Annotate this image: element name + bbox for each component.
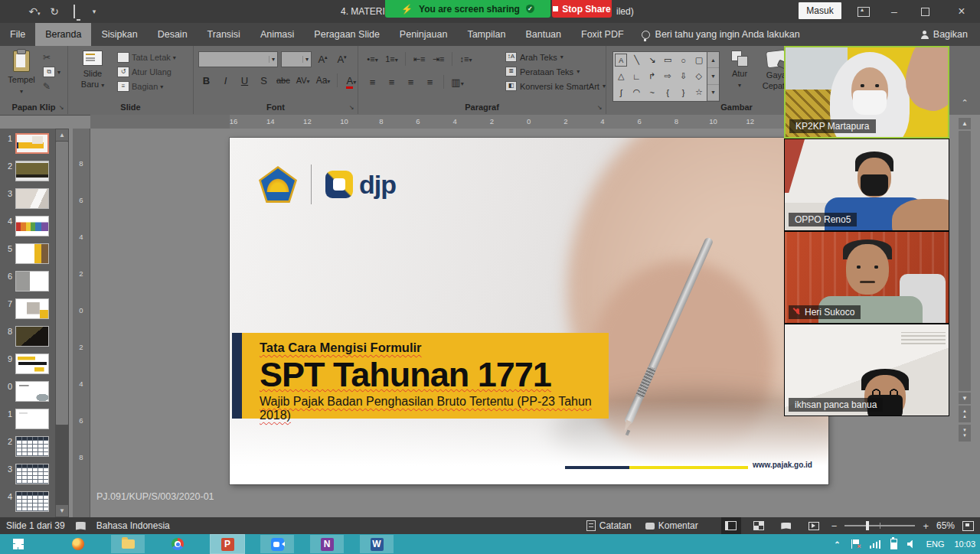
font-size-combo[interactable]: ▾ [281,51,312,67]
shape-option[interactable]: ⇩ [675,68,691,84]
ribbon-display-options-button[interactable] [848,0,879,23]
slide-thumbnail[interactable] [15,243,49,264]
format-painter-button[interactable]: ✎ [43,81,60,92]
tab-tampilan[interactable]: Tampilan [457,23,515,46]
taskbar-zoom[interactable] [260,535,294,553]
offslide-note[interactable]: PJ.091/KUP/S/003/2020-01 [96,491,214,502]
thumbnail-scrollbar[interactable]: ▲ ▼ [55,129,69,517]
shape-option[interactable]: ◇ [691,68,707,84]
shape-option[interactable]: ▢ [691,52,707,68]
tab-peragaan-slide[interactable]: Peragaan Slide [304,23,389,46]
align-text-button[interactable]: ≣Perataan Teks▾ [505,67,606,77]
paste-button[interactable]: Tempel▾ [2,51,41,96]
shape-option[interactable]: ∟ [629,68,644,84]
scroll-down-icon[interactable]: ▼ [56,505,68,517]
bold-button[interactable]: B [198,74,214,87]
shape-option[interactable]: ▭ [660,52,675,68]
zoom-slider[interactable] [844,525,915,526]
undo-icon[interactable]: ↶▾ [24,5,44,18]
character-spacing-button[interactable]: AV▾ [295,75,312,86]
font-dialog-launcher[interactable]: ↘ [348,104,355,112]
tab-desain[interactable]: Desain [148,23,198,46]
customize-qat-icon[interactable]: ▾ [84,8,104,15]
reset-button[interactable]: ↺Atur Ulang [117,67,176,77]
clock[interactable]: 10:03 [954,539,975,549]
shapes-gallery[interactable]: A╲↘▭○▢△∟↱⇨⇩◇ʃ◠~{}☆ [612,51,707,102]
slide-thumbnail[interactable] [15,271,49,292]
share-button[interactable]: Bagikan [921,23,968,46]
taskbar-chrome[interactable] [161,535,194,553]
underline-button[interactable]: U [237,74,253,87]
shape-option[interactable]: ↘ [645,52,660,68]
language-indicator[interactable]: ENG [926,539,945,549]
save-icon[interactable] [5,5,24,18]
stop-share-button[interactable]: Stop Share [552,0,612,18]
network-signal-icon[interactable] [870,540,880,549]
clipboard-dialog-launcher[interactable]: ↘ [57,104,65,112]
line-spacing-button[interactable]: ↕≡▾ [458,54,474,64]
slide-sorter-view-button[interactable] [749,517,769,534]
change-case-button[interactable]: Aa▾ [315,74,332,86]
slide[interactable]: djp Tata Cara Mengisi Formulir SPT Tahun… [230,138,828,484]
minimize-button[interactable]: – [879,0,910,23]
fit-slide-button[interactable] [962,521,974,531]
tell-me-box[interactable]: Beri tahu yang ingin Anda lakukan [634,23,800,46]
comments-button[interactable]: Komentar [645,520,698,531]
numbering-button[interactable]: 1≡▾ [384,54,400,64]
spellcheck-icon[interactable] [76,522,86,530]
slide-thumbnail[interactable] [15,298,49,319]
grow-font-button[interactable]: A▴ [315,53,331,66]
scroll-down-icon[interactable]: ▼ [959,393,971,404]
zoom-out-button[interactable]: − [831,520,838,532]
slideshow-view-button[interactable] [804,517,824,534]
shape-option[interactable]: ↱ [645,68,660,84]
slide-thumbnail[interactable] [15,464,49,484]
slide-thumbnail[interactable] [15,354,49,374]
convert-smartart-button[interactable]: ◧Konversi ke SmartArt▾ [505,81,606,91]
slide-thumbnail[interactable] [15,133,49,154]
tab-transisi[interactable]: Transisi [198,23,250,46]
notes-button[interactable]: Catatan [586,520,632,531]
shape-option[interactable]: ~ [645,84,660,100]
shape-option[interactable]: ○ [675,52,691,68]
sign-in-button[interactable]: Masuk [799,2,841,19]
paragraph-dialog-launcher[interactable]: ↘ [596,104,603,112]
tab-bantuan[interactable]: Bantuan [515,23,571,46]
bullets-button[interactable]: •≡▾ [364,54,381,64]
align-center-button[interactable]: ≡ [384,76,400,89]
reading-view-button[interactable] [776,517,796,534]
zoom-in-button[interactable]: + [923,520,929,532]
start-slideshow-icon[interactable] [64,5,84,18]
battery-icon[interactable] [890,539,897,549]
italic-button[interactable]: I [217,74,234,87]
scroll-up-icon[interactable]: ▲ [959,118,971,129]
font-name-combo[interactable]: ▾ [198,51,278,67]
shape-option[interactable]: ⇨ [660,68,675,84]
participant-video[interactable]: OPPO Reno5 [784,138,949,231]
tab-peninjauan[interactable]: Peninjauan [390,23,458,46]
cut-button[interactable]: ✂ [43,52,60,63]
speaker-icon[interactable] [907,540,916,549]
tray-expand-icon[interactable]: ⌃ [834,540,840,549]
taskbar-powerpoint[interactable]: P [211,535,244,553]
scrollbar-thumb[interactable] [959,131,971,391]
font-color-button[interactable]: A▾ [343,74,359,87]
title-banner[interactable]: Tata Cara Mengisi Formulir SPT Tahunan 1… [232,333,609,419]
tab-sisipkan[interactable]: Sisipkan [91,23,147,46]
taskbar-word[interactable]: W [360,535,394,553]
shape-option[interactable]: { [660,84,675,100]
shape-option[interactable]: } [675,84,691,100]
slide-thumbnail[interactable] [15,161,49,181]
slide-thumbnail[interactable] [15,409,49,429]
taskbar-onenote[interactable]: N [310,535,344,553]
shape-option[interactable]: △ [613,68,629,84]
slide-thumbnail[interactable] [15,188,49,209]
redo-icon[interactable]: ↻ [44,5,64,18]
tab-animasi[interactable]: Animasi [250,23,304,46]
slide-thumbnail[interactable] [15,381,49,402]
text-shadow-button[interactable]: S [256,74,272,87]
taskbar-firefox[interactable] [61,535,95,553]
shrink-font-button[interactable]: A▾ [334,53,350,66]
tab-foxit-pdf[interactable]: Foxit PDF [571,23,634,46]
shapes-gallery-scroll[interactable]: ▲▼▼ [707,51,720,102]
